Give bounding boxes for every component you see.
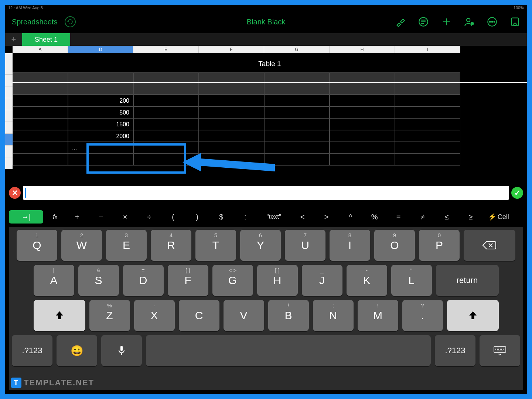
key-d[interactable]: =D xyxy=(123,265,164,296)
row-headers[interactable] xyxy=(5,53,13,169)
cell[interactable] xyxy=(395,142,460,154)
key-b[interactable]: /B xyxy=(268,300,309,331)
key-r[interactable]: 4R xyxy=(151,230,191,261)
backspace-key[interactable] xyxy=(464,230,515,261)
cell[interactable] xyxy=(330,118,395,130)
key-t[interactable]: 5T xyxy=(195,230,236,261)
emoji-key[interactable]: 😀 xyxy=(57,335,97,366)
cell[interactable] xyxy=(395,95,460,106)
row-header[interactable] xyxy=(5,86,13,98)
shortcut-key[interactable]: ≠ xyxy=(412,210,433,224)
key-j[interactable]: _J xyxy=(302,265,342,296)
row-header[interactable] xyxy=(5,157,13,169)
cell[interactable] xyxy=(330,106,395,118)
cell[interactable] xyxy=(133,106,199,118)
cell[interactable] xyxy=(13,130,68,142)
column-header[interactable]: H xyxy=(330,46,395,53)
mic-key[interactable] xyxy=(101,335,142,366)
cell[interactable] xyxy=(199,130,264,142)
key-h[interactable]: [ ]H xyxy=(257,265,298,296)
tab-key[interactable]: →| xyxy=(9,210,43,224)
numeric-key[interactable]: .?123 xyxy=(435,335,475,366)
formula-input[interactable] xyxy=(23,186,509,200)
shortcut-key[interactable]: − xyxy=(91,210,111,224)
cell[interactable] xyxy=(264,106,330,118)
key-q[interactable]: 1Q xyxy=(17,230,57,261)
shortcut-key[interactable]: < xyxy=(292,210,313,224)
shortcut-key[interactable]: × xyxy=(115,210,135,224)
add-icon[interactable] xyxy=(441,17,451,27)
cell[interactable] xyxy=(68,83,133,95)
cell[interactable]: 2000 xyxy=(68,130,133,142)
cell[interactable] xyxy=(13,95,68,106)
key-z[interactable]: %Z xyxy=(89,300,130,331)
cell[interactable] xyxy=(133,95,199,106)
shortcut-key[interactable]: + xyxy=(67,210,87,224)
cell[interactable] xyxy=(199,106,264,118)
cell[interactable] xyxy=(199,72,264,82)
cell[interactable] xyxy=(395,130,460,142)
undo-button[interactable] xyxy=(65,16,76,27)
cell[interactable] xyxy=(330,130,395,142)
column-headers[interactable]: ADEFGHI xyxy=(13,46,527,53)
cell[interactable] xyxy=(199,95,264,106)
key-y[interactable]: 6Y xyxy=(240,230,281,261)
cell[interactable]: 500 xyxy=(68,106,133,118)
cell[interactable] xyxy=(395,72,460,82)
format-brush-icon[interactable] xyxy=(395,17,406,27)
cell[interactable] xyxy=(68,72,133,82)
cell[interactable] xyxy=(13,106,68,118)
column-header[interactable]: G xyxy=(264,46,330,53)
shortcut-key[interactable]: "text" xyxy=(259,210,289,224)
cell[interactable] xyxy=(133,72,199,82)
key-c[interactable]: C xyxy=(179,300,219,331)
shortcut-key[interactable]: ≥ xyxy=(460,210,481,224)
cell[interactable] xyxy=(330,83,395,95)
cell[interactable] xyxy=(133,83,199,95)
cell[interactable]: 1500 xyxy=(68,118,133,130)
cell[interactable] xyxy=(330,95,395,106)
key-f[interactable]: { }F xyxy=(168,265,208,296)
collaborate-icon[interactable] xyxy=(464,17,474,27)
cell[interactable] xyxy=(264,118,330,130)
cell[interactable]: 200 xyxy=(68,95,133,106)
shortcut-key[interactable]: ) xyxy=(187,210,207,224)
shortcut-key[interactable]: $ xyxy=(211,210,231,224)
row-header[interactable] xyxy=(5,146,13,157)
add-sheet-button[interactable]: + xyxy=(5,33,22,46)
key-l[interactable]: "L xyxy=(391,265,432,296)
row-header[interactable] xyxy=(5,122,13,134)
cell[interactable] xyxy=(264,95,330,106)
sheet-tab-active[interactable]: Sheet 1 xyxy=(22,33,70,46)
cell[interactable] xyxy=(199,83,264,95)
shortcut-key[interactable]: : xyxy=(235,210,255,224)
column-header[interactable]: F xyxy=(199,46,264,53)
cell[interactable] xyxy=(264,83,330,95)
cell[interactable] xyxy=(13,72,68,82)
numeric-key[interactable]: .?123 xyxy=(12,335,52,366)
back-button[interactable]: Spreadsheets xyxy=(12,18,57,26)
cell[interactable] xyxy=(395,118,460,130)
shift-key[interactable] xyxy=(34,300,85,331)
cell[interactable] xyxy=(330,72,395,82)
shortcut-key[interactable]: ÷ xyxy=(139,210,159,224)
cell[interactable] xyxy=(395,106,460,118)
row-header[interactable] xyxy=(5,110,13,122)
row-header[interactable] xyxy=(5,75,13,86)
cell[interactable] xyxy=(13,142,68,154)
key-a[interactable]: |A xyxy=(34,265,74,296)
cell[interactable] xyxy=(199,118,264,130)
key-n[interactable]: ;N xyxy=(313,300,354,331)
key-o[interactable]: 9O xyxy=(374,230,415,261)
key-u[interactable]: 7U xyxy=(285,230,325,261)
more-icon[interactable] xyxy=(487,17,497,27)
confirm-edit-button[interactable]: ✓ xyxy=(511,187,523,199)
column-header[interactable]: I xyxy=(395,46,460,53)
key-m[interactable]: !M xyxy=(358,300,398,331)
comment-icon[interactable] xyxy=(418,17,429,27)
key-g[interactable]: < >G xyxy=(212,265,253,296)
key-k[interactable]: -K xyxy=(347,265,387,296)
column-header[interactable]: E xyxy=(133,46,199,53)
cell[interactable] xyxy=(330,154,395,166)
cell[interactable] xyxy=(13,154,68,166)
